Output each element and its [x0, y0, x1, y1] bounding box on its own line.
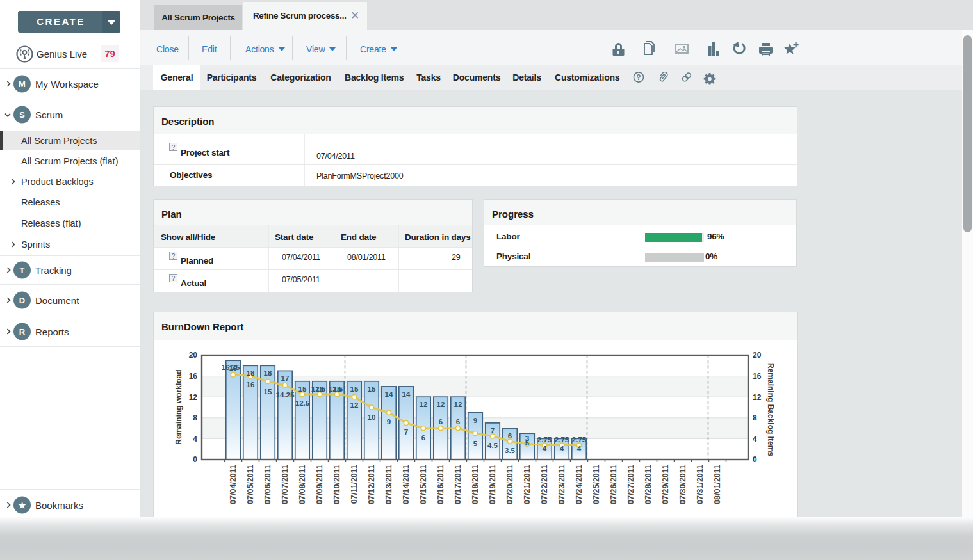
svg-text:4: 4 [753, 435, 757, 444]
svg-text:4: 4 [193, 435, 197, 444]
svg-text:07/07/2011: 07/07/2011 [281, 465, 290, 504]
svg-text:16: 16 [247, 381, 255, 388]
svg-text:0: 0 [753, 455, 757, 464]
svg-text:3.5: 3.5 [505, 447, 516, 454]
svg-text:10: 10 [368, 413, 376, 421]
svg-text:2.75: 2.75 [537, 436, 552, 444]
svg-text:5: 5 [473, 440, 478, 447]
svg-text:Remaining Backlog Items: Remaining Backlog Items [766, 363, 775, 456]
svg-text:07/11/2011: 07/11/2011 [350, 465, 359, 504]
svg-text:07/08/2011: 07/08/2011 [298, 465, 307, 504]
svg-text:07/04/2011: 07/04/2011 [229, 465, 238, 504]
svg-text:2.75: 2.75 [572, 436, 587, 444]
svg-text:07/24/2011: 07/24/2011 [575, 465, 584, 504]
svg-text:4.5: 4.5 [487, 442, 498, 449]
svg-text:4: 4 [560, 445, 564, 452]
svg-text:20: 20 [753, 351, 762, 360]
svg-text:07/26/2011: 07/26/2011 [609, 465, 618, 504]
svg-text:12: 12 [454, 401, 462, 408]
svg-text:08/01/2011: 08/01/2011 [713, 465, 722, 504]
svg-text:3: 3 [525, 435, 529, 442]
svg-text:7: 7 [404, 428, 408, 436]
svg-text:07/12/2011: 07/12/2011 [367, 465, 376, 504]
svg-text:8: 8 [193, 413, 197, 422]
svg-text:18: 18 [247, 369, 255, 377]
svg-text:7: 7 [491, 427, 495, 435]
svg-text:07/09/2011: 07/09/2011 [315, 465, 324, 504]
svg-text:07/28/2011: 07/28/2011 [644, 465, 653, 504]
svg-text:07/05/2011: 07/05/2011 [246, 465, 255, 504]
svg-text:07/30/2011: 07/30/2011 [678, 465, 687, 504]
svg-text:07/31/2011: 07/31/2011 [696, 465, 705, 504]
svg-text:07/14/2011: 07/14/2011 [402, 465, 411, 504]
svg-text:20: 20 [189, 351, 198, 360]
svg-text:07/06/2011: 07/06/2011 [263, 465, 272, 504]
svg-text:6: 6 [439, 418, 443, 426]
svg-text:9: 9 [387, 418, 391, 426]
svg-text:07/21/2011: 07/21/2011 [523, 465, 532, 504]
svg-text:07/29/2011: 07/29/2011 [661, 465, 670, 504]
svg-text:6: 6 [508, 432, 512, 440]
svg-text:6: 6 [421, 434, 425, 442]
svg-text:12: 12 [189, 393, 198, 402]
svg-text:12.5: 12.5 [329, 385, 343, 393]
svg-text:8: 8 [753, 413, 757, 422]
svg-text:9: 9 [473, 417, 477, 424]
svg-text:07/19/2011: 07/19/2011 [488, 465, 497, 504]
svg-text:17: 17 [281, 374, 290, 382]
svg-text:07/10/2011: 07/10/2011 [332, 465, 341, 504]
svg-text:15: 15 [350, 385, 359, 393]
svg-text:14.25: 14.25 [276, 391, 295, 399]
svg-text:16: 16 [753, 372, 762, 381]
svg-text:6: 6 [456, 418, 460, 426]
svg-text:14: 14 [402, 390, 411, 398]
svg-text:12: 12 [753, 393, 762, 402]
svg-text:14: 14 [385, 390, 393, 398]
svg-text:Remaining workload: Remaining workload [174, 369, 183, 444]
svg-text:4: 4 [577, 445, 582, 452]
svg-text:07/23/2011: 07/23/2011 [557, 465, 566, 504]
svg-text:07/22/2011: 07/22/2011 [540, 465, 549, 504]
svg-text:12: 12 [420, 401, 428, 408]
svg-text:0: 0 [193, 455, 197, 464]
svg-text:15: 15 [264, 388, 272, 396]
svg-text:12.5: 12.5 [295, 399, 310, 407]
svg-text:15: 15 [298, 385, 307, 393]
svg-text:07/13/2011: 07/13/2011 [384, 465, 393, 504]
svg-text:07/20/2011: 07/20/2011 [505, 465, 514, 504]
svg-text:12.5: 12.5 [311, 385, 326, 393]
svg-text:07/16/2011: 07/16/2011 [436, 465, 445, 504]
svg-text:07/15/2011: 07/15/2011 [419, 465, 428, 504]
svg-text:12: 12 [437, 401, 445, 408]
svg-text:07/27/2011: 07/27/2011 [626, 465, 635, 504]
svg-text:4: 4 [543, 445, 547, 452]
svg-text:16.25: 16.25 [222, 364, 240, 371]
svg-text:2.75: 2.75 [555, 436, 569, 444]
svg-text:15: 15 [368, 385, 376, 393]
svg-text:07/25/2011: 07/25/2011 [592, 465, 601, 504]
svg-text:07/17/2011: 07/17/2011 [454, 465, 462, 504]
svg-text:16: 16 [189, 372, 198, 381]
svg-text:07/18/2011: 07/18/2011 [471, 465, 480, 504]
svg-text:18: 18 [264, 369, 272, 377]
svg-text:12: 12 [350, 401, 359, 409]
